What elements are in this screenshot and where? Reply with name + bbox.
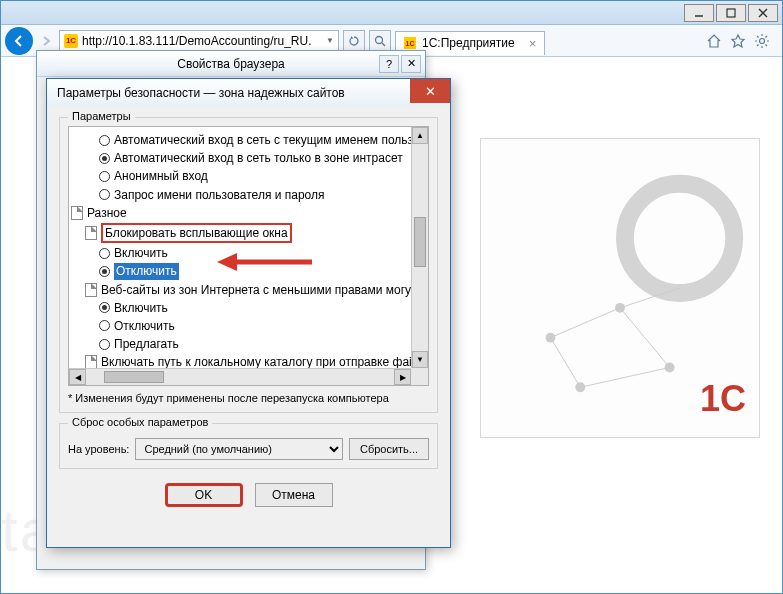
reset-group-title: Сброс особых параметров [68, 416, 212, 428]
properties-titlebar: Свойства браузера ? ✕ [37, 51, 425, 77]
vertical-scrollbar[interactable]: ▲ ▼ [411, 127, 428, 368]
radio-lesser-suggest[interactable]: Предлагать [71, 335, 426, 353]
radio-popup-disable[interactable]: Отключить [71, 262, 426, 280]
svg-line-12 [551, 308, 621, 338]
parameters-group-title: Параметры [68, 110, 135, 122]
logo-1c: 1C [700, 378, 746, 420]
url-input[interactable] [82, 34, 322, 48]
svg-line-5 [382, 43, 385, 46]
document-icon [85, 226, 97, 240]
restart-note: * Изменения будут применены после переза… [68, 392, 429, 404]
category-misc: Разное [71, 204, 426, 222]
security-close-button[interactable]: ✕ [410, 79, 450, 103]
settings-tree: Автоматический вход в сеть с текущим име… [68, 126, 429, 386]
toolbar-tools [706, 33, 778, 49]
svg-rect-1 [727, 9, 735, 17]
window-titlebar [1, 1, 782, 25]
parameters-group: Параметры Автоматический вход в сеть с т… [59, 117, 438, 413]
hscroll-thumb[interactable] [104, 371, 164, 383]
tab-title: 1С:Предприятие [422, 36, 515, 50]
tab-close-icon[interactable]: × [529, 36, 537, 51]
properties-help-button[interactable]: ? [379, 55, 399, 73]
favicon-icon: 1C [64, 34, 78, 48]
radio-lesser-disable[interactable]: Отключить [71, 317, 426, 335]
level-label: На уровень: [68, 443, 129, 455]
scroll-corner [411, 368, 428, 385]
security-settings-dialog: Параметры безопасности — зона надежных с… [46, 78, 451, 548]
favorites-icon[interactable] [730, 33, 746, 49]
back-button[interactable] [5, 27, 33, 55]
scroll-left-icon[interactable]: ◀ [69, 369, 86, 385]
horizontal-scrollbar[interactable]: ◀ ▶ [69, 368, 411, 385]
item-block-popups: Блокировать всплывающие окна [71, 222, 426, 244]
search-button[interactable] [369, 30, 391, 52]
minimize-button[interactable] [684, 4, 714, 22]
properties-title: Свойства браузера [177, 57, 285, 71]
tab-favicon-icon: 1C [404, 37, 416, 49]
svg-line-13 [620, 308, 670, 368]
maximize-button[interactable] [716, 4, 746, 22]
security-title: Параметры безопасности — зона надежных с… [57, 86, 345, 100]
cancel-button[interactable]: Отмена [255, 483, 333, 507]
radio-auto-intranet[interactable]: Автоматический вход в сеть только в зоне… [71, 149, 426, 167]
close-button[interactable] [748, 4, 778, 22]
scroll-down-icon[interactable]: ▼ [412, 351, 428, 368]
forward-button[interactable] [37, 32, 55, 50]
security-titlebar[interactable]: Параметры безопасности — зона надежных с… [47, 79, 450, 107]
reset-button[interactable]: Сбросить... [349, 438, 429, 460]
radio-popup-enable[interactable]: Включить [71, 244, 426, 262]
radio-prompt-creds[interactable]: Запрос имени пользователя и пароля [71, 186, 426, 204]
gear-icon[interactable] [754, 33, 770, 49]
radio-auto-current[interactable]: Автоматический вход в сеть с текущим име… [71, 131, 426, 149]
refresh-button[interactable] [343, 30, 365, 52]
document-icon [71, 206, 83, 220]
svg-point-7 [625, 184, 734, 293]
radio-lesser-enable[interactable]: Включить [71, 299, 426, 317]
item-websites-lesser: Веб-сайты из зон Интернета с меньшими пр… [71, 281, 426, 299]
reset-group: Сброс особых параметров На уровень: Сред… [59, 423, 438, 469]
scroll-right-icon[interactable]: ▶ [394, 369, 411, 385]
radio-anonymous[interactable]: Анонимный вход [71, 167, 426, 185]
svg-line-14 [551, 338, 581, 388]
svg-line-15 [580, 367, 669, 387]
home-icon[interactable] [706, 33, 722, 49]
properties-close-button[interactable]: ✕ [401, 55, 421, 73]
svg-point-4 [376, 36, 383, 43]
level-select[interactable]: Средний (по умолчанию) [135, 438, 343, 460]
ok-button[interactable]: OK [165, 483, 243, 507]
scroll-thumb[interactable] [414, 217, 426, 267]
url-field[interactable]: 1C ▼ [59, 30, 339, 52]
dropdown-icon[interactable]: ▼ [326, 36, 334, 45]
svg-point-6 [760, 38, 765, 43]
document-icon [85, 283, 97, 297]
scroll-up-icon[interactable]: ▲ [412, 127, 428, 144]
